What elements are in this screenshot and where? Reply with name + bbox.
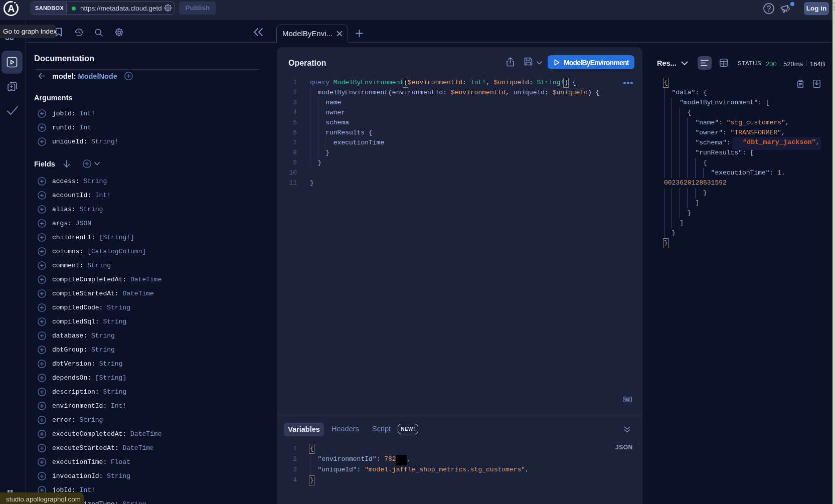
svg-text:A: A	[8, 3, 15, 14]
